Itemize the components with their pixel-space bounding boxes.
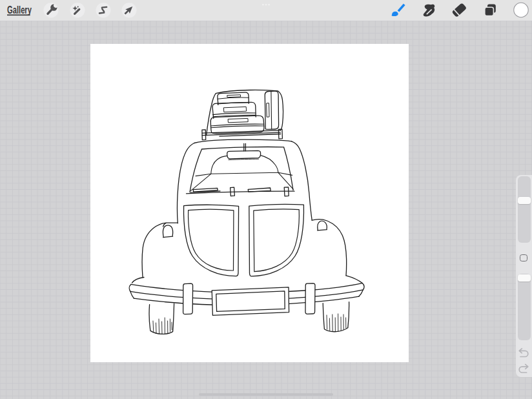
svg-text:Gallery: Gallery bbox=[7, 4, 32, 16]
